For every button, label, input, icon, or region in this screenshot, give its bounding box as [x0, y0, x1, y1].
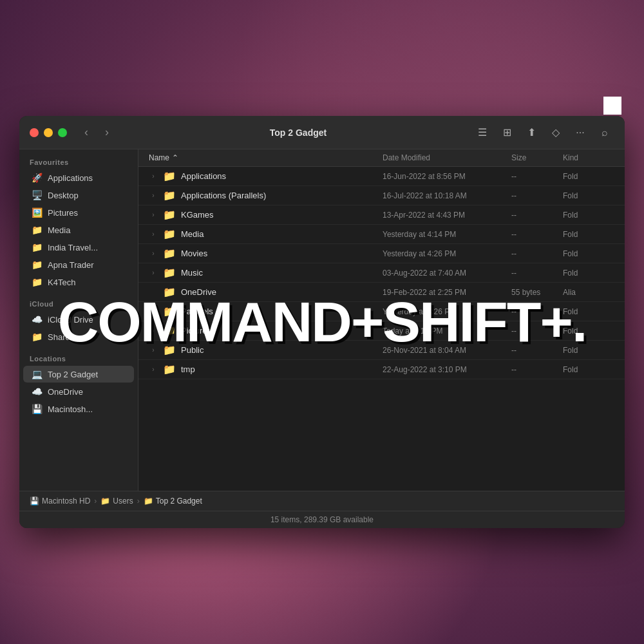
- sidebar-item-onedrive[interactable]: ☁️ OneDrive: [23, 383, 134, 400]
- breadcrumb: 💾 Macintosh HD › 📁 Users › 📁 Top 2 Gadge…: [19, 491, 625, 511]
- file-name: Parallels: [181, 307, 213, 316]
- more-button[interactable]: ···: [571, 123, 590, 142]
- media-icon: 📁: [31, 225, 43, 235]
- sidebar-item-icloud-drive-label: iCloud Drive: [48, 315, 93, 325]
- desktop-icon: 🖥️: [31, 190, 43, 200]
- sidebar-item-k4tech-label: K4Tech: [48, 278, 75, 287]
- file-size: --: [511, 327, 563, 336]
- table-row[interactable]: › 📁 KGames 13-Apr-2022 at 4:43 PM -- Fol…: [138, 205, 625, 225]
- sidebar-item-media[interactable]: 📁 Media: [23, 222, 134, 238]
- sidebar-item-desktop[interactable]: 🖥️ Desktop: [23, 187, 134, 204]
- file-name: Music: [181, 268, 203, 278]
- sidebar-item-icloud-drive[interactable]: ☁️ iCloud Drive: [23, 311, 134, 328]
- locations-header: Locations: [19, 346, 138, 365]
- status-text: 15 items, 289.39 GB available: [19, 511, 625, 528]
- expand-icon[interactable]: ›: [149, 327, 158, 334]
- file-name: Applications (Parallels): [181, 191, 266, 200]
- expand-icon[interactable]: ›: [149, 346, 158, 354]
- minimize-button[interactable]: [44, 128, 53, 137]
- folder-icon: 📁: [163, 325, 176, 337]
- sidebar-item-pictures[interactable]: 🖼️ Pictures: [23, 204, 134, 221]
- file-kind: Fold: [563, 191, 614, 200]
- nav-buttons: ‹ ›: [77, 124, 116, 142]
- fullscreen-button[interactable]: [58, 128, 67, 137]
- file-kind: Alia: [563, 288, 614, 297]
- share-button[interactable]: ⬆: [522, 123, 541, 142]
- folder-icon: 📁: [163, 267, 176, 279]
- toolbar-right: ☰ ⊞ ⬆ ◇ ··· ⌕: [473, 123, 614, 142]
- forward-button[interactable]: ›: [98, 124, 116, 142]
- col-date-header[interactable]: Date Modified: [383, 153, 511, 162]
- tag-button[interactable]: ◇: [546, 123, 565, 142]
- sidebar-item-applications[interactable]: 🚀 Applications: [23, 169, 134, 186]
- file-kind: Fold: [563, 327, 614, 336]
- breadcrumb-users[interactable]: 📁 Users: [100, 497, 133, 506]
- sidebar-item-apna-trader-label: Apna Trader: [48, 260, 94, 270]
- sidebar-item-k4tech[interactable]: 📁 K4Tech: [23, 274, 134, 290]
- expand-icon[interactable]: ›: [149, 211, 158, 218]
- breadcrumb-macintosh[interactable]: 💾 Macintosh HD: [30, 497, 90, 506]
- sidebar-item-india-travel-label: India Travel...: [48, 243, 98, 252]
- file-size: --: [511, 191, 563, 200]
- table-row[interactable]: › 📁 Applications (Parallels) 16-Jul-2022…: [138, 186, 625, 205]
- sidebar-item-shared[interactable]: 📁 Shared: [23, 328, 134, 345]
- file-name: OneDrive: [181, 287, 216, 297]
- file-date: 16-Jul-2022 at 10:18 AM: [383, 191, 511, 200]
- file-kind: Fold: [563, 365, 614, 374]
- col-name-header[interactable]: Name ⌃: [149, 153, 383, 162]
- sidebar-item-applications-label: Applications: [48, 173, 93, 183]
- traffic-lights: [30, 128, 67, 137]
- col-size-header[interactable]: Size: [511, 153, 563, 162]
- expand-icon[interactable]: ›: [149, 173, 158, 180]
- file-date: Today at 3:10 PM: [383, 327, 511, 336]
- sidebar-item-media-label: Media: [48, 225, 70, 235]
- table-row[interactable]: › 📁 Applications 16-Jun-2022 at 8:56 PM …: [138, 167, 625, 186]
- col-kind-header[interactable]: Kind: [563, 153, 614, 162]
- file-date: 13-Apr-2022 at 4:43 PM: [383, 211, 511, 220]
- table-row[interactable]: 📁 OneDrive 19-Feb-2022 at 2:25 PM 55 byt…: [138, 283, 625, 302]
- file-kind: Fold: [563, 211, 614, 220]
- sidebar-item-india-travel[interactable]: 📁 India Travel...: [23, 239, 134, 256]
- file-size: --: [511, 307, 563, 316]
- close-button[interactable]: [30, 128, 39, 137]
- folder-icon: 📁: [163, 170, 176, 182]
- table-row[interactable]: › 📁 Pictures Today at 3:10 PM -- Fold: [138, 321, 625, 341]
- folder-icon: 📁: [163, 228, 176, 240]
- file-list-header: Name ⌃ Date Modified Size Kind: [138, 149, 625, 167]
- table-row[interactable]: › 📁 Parallels Yesterday at 4:26 PM -- Fo…: [138, 302, 625, 321]
- list-view-button[interactable]: ☰: [473, 123, 492, 142]
- grid-view-button[interactable]: ⊞: [497, 123, 516, 142]
- file-kind: Fold: [563, 269, 614, 278]
- file-date: 03-Aug-2022 at 7:40 AM: [383, 269, 511, 278]
- back-button[interactable]: ‹: [77, 124, 95, 142]
- expand-icon[interactable]: ›: [149, 192, 158, 199]
- breadcrumb-current[interactable]: 📁 Top 2 Gadget: [144, 497, 202, 506]
- expand-icon[interactable]: ›: [149, 269, 158, 276]
- sidebar-item-apna-trader[interactable]: 📁 Apna Trader: [23, 256, 134, 273]
- search-button[interactable]: ⌕: [595, 123, 614, 142]
- table-row[interactable]: › 📁 tmp 22-Aug-2022 at 3:10 PM -- Fold: [138, 360, 625, 379]
- expand-icon[interactable]: ›: [149, 366, 158, 373]
- applications-icon: 🚀: [31, 173, 43, 183]
- india-travel-icon: 📁: [31, 242, 43, 252]
- file-name: tmp: [181, 365, 195, 374]
- folder-icon: 📁: [163, 247, 176, 260]
- table-row[interactable]: › 📁 Music 03-Aug-2022 at 7:40 AM -- Fold: [138, 263, 625, 283]
- sidebar-item-macintosh[interactable]: 💾 Macintosh...: [23, 401, 134, 417]
- status-bar: 💾 Macintosh HD › 📁 Users › 📁 Top 2 Gadge…: [19, 491, 625, 528]
- sidebar-item-top2gadget[interactable]: 💻 Top 2 Gadget: [23, 366, 134, 383]
- sidebar-item-top2gadget-label: Top 2 Gadget: [48, 370, 98, 379]
- file-date: 22-Aug-2022 at 3:10 PM: [383, 365, 511, 374]
- file-rows: › 📁 Applications 16-Jun-2022 at 8:56 PM …: [138, 167, 625, 379]
- expand-icon[interactable]: ›: [149, 250, 158, 257]
- file-date: Yesterday at 4:26 PM: [383, 249, 511, 258]
- table-row[interactable]: › 📁 Public 26-Nov-2021 at 8:04 AM -- Fol…: [138, 341, 625, 360]
- file-size: --: [511, 346, 563, 355]
- expand-icon[interactable]: ›: [149, 231, 158, 238]
- file-size: --: [511, 230, 563, 239]
- table-row[interactable]: › 📁 Movies Yesterday at 4:26 PM -- Fold: [138, 244, 625, 263]
- shared-icon: 📁: [31, 332, 43, 342]
- file-size: --: [511, 269, 563, 278]
- table-row[interactable]: › 📁 Media Yesterday at 4:14 PM -- Fold: [138, 225, 625, 244]
- expand-icon[interactable]: ›: [149, 308, 158, 315]
